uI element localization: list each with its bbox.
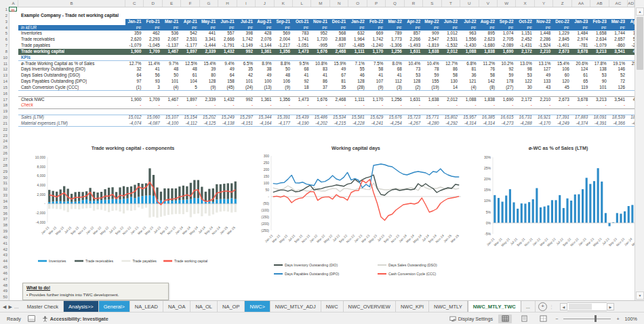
scroll-up-icon[interactable]: ▲: [636, 7, 644, 16]
horizontal-scroll-thumb[interactable]: [569, 304, 592, 310]
row-header-21[interactable]: 21: [0, 121, 8, 127]
column-header-D[interactable]: D: [144, 0, 162, 7]
row-header-11[interactable]: 11: [0, 61, 8, 67]
horizontal-scrollbar[interactable]: ◀ ▶: [560, 302, 614, 311]
column-header-G[interactable]: G: [200, 0, 218, 7]
row-header-20[interactable]: 20: [0, 115, 8, 121]
row-header-24[interactable]: 24: [0, 138, 8, 144]
column-header-I[interactable]: I: [237, 0, 256, 7]
row-header-30[interactable]: 30: [0, 175, 8, 181]
row-header-5[interactable]: 5: [0, 31, 8, 37]
column-header-O[interactable]: O: [348, 0, 367, 7]
column-header-N[interactable]: N: [330, 0, 348, 7]
row-header-22[interactable]: 22: [0, 127, 8, 133]
tab-nav-arrows[interactable]: ◀▶…: [0, 301, 22, 312]
row-header-6[interactable]: 6: [0, 37, 8, 43]
sheet-tab-nwc-overview[interactable]: NWC_OVERVIEW: [344, 301, 396, 312]
row-header-47[interactable]: 47: [0, 277, 8, 283]
row-header-3[interactable]: 3: [0, 19, 8, 25]
row-header-7[interactable]: 7: [0, 43, 8, 49]
row-header-45[interactable]: 45: [0, 264, 8, 270]
row-header-43[interactable]: 43: [0, 252, 8, 258]
row-header-41[interactable]: 41: [0, 241, 8, 247]
row-header-19[interactable]: 19: [0, 108, 8, 115]
row-header-28[interactable]: 28: [0, 163, 8, 169]
column-header-J[interactable]: J: [256, 0, 274, 7]
row-header-40[interactable]: 40: [0, 235, 8, 241]
row-header-18[interactable]: 18: [0, 102, 8, 108]
row-header-49[interactable]: 49: [0, 288, 8, 294]
row-header-42[interactable]: 42: [0, 247, 8, 253]
row-header-29[interactable]: 29: [0, 169, 8, 175]
column-header-B[interactable]: B: [18, 0, 125, 7]
page-layout-view-button[interactable]: [517, 315, 531, 323]
macro-record-icon[interactable]: [28, 315, 35, 322]
page-break-view-button[interactable]: [536, 315, 550, 323]
row-header-2[interactable]: 2: [0, 13, 8, 19]
row-header-44[interactable]: 44: [0, 258, 8, 264]
column-header-W[interactable]: W: [498, 0, 516, 7]
column-header-A[interactable]: A: [9, 0, 18, 7]
row-header-32[interactable]: 32: [0, 186, 8, 193]
sheet-tab-nwc-mtly[interactable]: NWC_MTLY: [429, 301, 468, 312]
zoom-slider[interactable]: [563, 315, 611, 322]
display-settings-button[interactable]: Display Settings: [449, 316, 494, 322]
sheet-tab-analysis-[interactable]: Analysis>>: [64, 301, 99, 312]
row-header-17[interactable]: 17: [0, 97, 8, 103]
row-header-46[interactable]: 46: [0, 270, 8, 277]
row-header-15[interactable]: 15: [0, 85, 8, 91]
column-header-E[interactable]: E: [163, 0, 181, 7]
zoom-in-button[interactable]: +: [616, 316, 619, 322]
add-sheet-icon[interactable]: +: [538, 302, 547, 311]
column-header-M[interactable]: M: [312, 0, 330, 7]
hscroll-left-icon[interactable]: ◀: [560, 303, 567, 310]
vertical-scrollbar[interactable]: ▲ ▼: [635, 0, 644, 300]
column-header-H[interactable]: H: [218, 0, 237, 7]
row-header-26[interactable]: 26: [0, 150, 8, 157]
sheet-tab-nwc-[interactable]: NWC>: [245, 301, 270, 312]
row-header-34[interactable]: 34: [0, 199, 8, 205]
tab-nav-left-icon[interactable]: ◀: [3, 304, 8, 310]
row-header-35[interactable]: 35: [0, 205, 8, 211]
row-header-4[interactable]: 4: [0, 25, 8, 31]
row-header-12[interactable]: 12: [0, 66, 8, 73]
zoom-slider-thumb[interactable]: [595, 315, 597, 322]
column-headers[interactable]: ABCDEFGHIJKLMNOPQRSTUVWXYZAAABACAD: [0, 0, 635, 7]
sheet-tab-nwc[interactable]: NWC: [321, 301, 344, 312]
sheet-tab-nwc-mtly-adj[interactable]: NWC_MTLY_ADJ: [270, 301, 321, 312]
normal-view-button[interactable]: [498, 315, 512, 323]
accessibility-status[interactable]: Accessibility: Investigate: [42, 316, 108, 322]
column-header-AB[interactable]: AB: [590, 0, 609, 7]
column-header-K[interactable]: K: [275, 0, 293, 7]
column-header-AC[interactable]: AC: [609, 0, 628, 7]
vertical-scroll-thumb[interactable]: [637, 17, 643, 70]
home-icon[interactable]: ▦: [11, 7, 15, 12]
sheet-tab--[interactable]: ...: [521, 301, 536, 312]
column-header-T[interactable]: T: [442, 0, 460, 7]
column-header-C[interactable]: C: [125, 0, 144, 7]
sheet-tab-na-oa[interactable]: NA_OA: [163, 301, 190, 312]
row-header-16[interactable]: 16: [0, 91, 8, 97]
sheet-tab-na-ol[interactable]: NA_OL: [190, 301, 218, 312]
row-header-50[interactable]: 50: [0, 294, 8, 300]
column-header-R[interactable]: R: [405, 0, 423, 7]
row-header-23[interactable]: 23: [0, 133, 8, 139]
hscroll-right-icon[interactable]: ▶: [607, 303, 614, 310]
zoom-out-button[interactable]: −: [555, 316, 558, 322]
column-header-Q[interactable]: Q: [386, 0, 404, 7]
row-header-31[interactable]: 31: [0, 180, 8, 186]
row-header-36[interactable]: 36: [0, 211, 8, 217]
row-header-37[interactable]: 37: [0, 216, 8, 222]
tab-nav-more-icon[interactable]: …: [14, 304, 20, 309]
column-header-P[interactable]: P: [367, 0, 386, 7]
column-header-F[interactable]: F: [181, 0, 199, 7]
column-header-AA[interactable]: AA: [572, 0, 590, 7]
column-header-L[interactable]: L: [293, 0, 311, 7]
scroll-down-icon[interactable]: ▼: [636, 291, 644, 300]
column-header-V[interactable]: V: [479, 0, 498, 7]
row-header-10[interactable]: 10: [0, 55, 8, 61]
row-header-8[interactable]: 8: [0, 49, 8, 55]
column-header-AD[interactable]: AD: [628, 0, 635, 7]
sheet-tab-na-op[interactable]: NA_OP: [218, 301, 245, 312]
column-header-X[interactable]: X: [516, 0, 534, 7]
